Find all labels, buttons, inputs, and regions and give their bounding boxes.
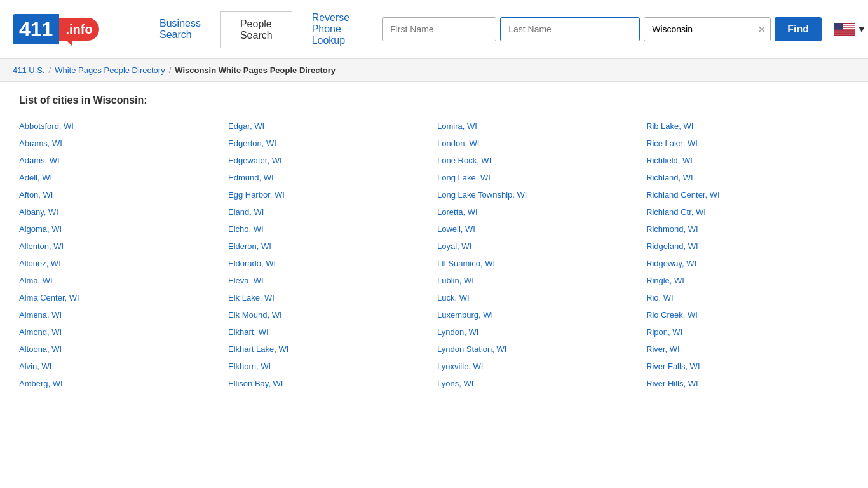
last-name-input[interactable]	[500, 17, 640, 41]
clear-state-button[interactable]: ✕	[757, 24, 766, 36]
svg-rect-12	[834, 34, 855, 36]
svg-rect-8	[834, 30, 855, 32]
city-link[interactable]: Allouez, WI	[19, 256, 222, 271]
state-input[interactable]	[644, 17, 771, 41]
breadcrumb: 411 U.S. / White Pages People Directory …	[0, 59, 868, 82]
city-link[interactable]: Lowell, WI	[437, 222, 640, 236]
city-link[interactable]: Ripon, WI	[646, 325, 849, 339]
city-link[interactable]: London, WI	[437, 136, 640, 151]
city-link[interactable]: Richland, WI	[646, 170, 849, 185]
city-link[interactable]: Rio, WI	[646, 290, 849, 305]
city-link[interactable]: Elcho, WI	[228, 222, 431, 236]
city-link[interactable]: Abbotsford, WI	[19, 119, 222, 133]
city-link[interactable]: Ltl Suamico, WI	[437, 256, 640, 271]
search-form: ✕ Find	[382, 17, 822, 41]
city-link[interactable]: Elkhart, WI	[228, 325, 431, 339]
city-link[interactable]: River Hills, WI	[646, 376, 849, 391]
breadcrumb-current: Wisconsin White Pages People Directory	[175, 65, 336, 75]
city-link[interactable]: Adams, WI	[19, 153, 222, 168]
svg-rect-7	[834, 30, 855, 31]
city-link[interactable]: Lomira, WI	[437, 119, 640, 133]
main-content: List of cities in Wisconsin: Abbotsford,…	[0, 82, 868, 403]
city-link[interactable]: Adell, WI	[19, 170, 222, 185]
cities-grid: Abbotsford, WIEdgar, WILomira, WIRib Lak…	[19, 119, 849, 391]
city-link[interactable]: Almond, WI	[19, 325, 222, 339]
city-link[interactable]: Afton, WI	[19, 187, 222, 202]
city-link[interactable]: Elkhart Lake, WI	[228, 342, 431, 356]
city-link[interactable]: Albany, WI	[19, 205, 222, 219]
city-link[interactable]: Allenton, WI	[19, 239, 222, 254]
state-input-wrap: ✕	[644, 17, 771, 41]
city-link[interactable]: Lyons, WI	[437, 376, 640, 391]
city-link[interactable]: Ridgeland, WI	[646, 239, 849, 254]
tab-reverse-phone[interactable]: Reverse Phone Lookup	[292, 5, 370, 53]
city-link[interactable]: Long Lake Township, WI	[437, 187, 640, 202]
city-link[interactable]: Luck, WI	[437, 290, 640, 305]
first-name-input[interactable]	[382, 17, 496, 41]
tab-people-search[interactable]: People Search	[220, 11, 292, 48]
section-title: List of cities in Wisconsin:	[19, 95, 849, 106]
nav-tabs: Business Search People Search Reverse Ph…	[140, 5, 369, 53]
city-link[interactable]: Richmond, WI	[646, 222, 849, 236]
city-link[interactable]: Lone Rock, WI	[437, 153, 640, 168]
city-link[interactable]: Rib Lake, WI	[646, 119, 849, 133]
logo-411: 411	[13, 14, 59, 44]
city-link[interactable]: Long Lake, WI	[437, 170, 640, 185]
logo-info: .info	[59, 18, 98, 41]
language-selector[interactable]: ▼	[834, 23, 866, 36]
city-link[interactable]: Almena, WI	[19, 308, 222, 322]
city-link[interactable]: Elkhorn, WI	[228, 359, 431, 374]
city-link[interactable]: Egg Harbor, WI	[228, 187, 431, 202]
city-link[interactable]: Edgar, WI	[228, 119, 431, 133]
svg-rect-10	[834, 32, 855, 34]
city-link[interactable]: Alma Center, WI	[19, 290, 222, 305]
city-link[interactable]: Loyal, WI	[437, 239, 640, 254]
city-link[interactable]: River Falls, WI	[646, 359, 849, 374]
svg-rect-11	[834, 34, 855, 35]
city-link[interactable]: Luxemburg, WI	[437, 308, 640, 322]
chevron-down-icon: ▼	[857, 24, 866, 34]
tab-business-search[interactable]: Business Search	[140, 11, 220, 48]
city-link[interactable]: Ellison Bay, WI	[228, 376, 431, 391]
city-link[interactable]: Richland Center, WI	[646, 187, 849, 202]
city-link[interactable]: Lyndon, WI	[437, 325, 640, 339]
city-link[interactable]: Richfield, WI	[646, 153, 849, 168]
logo-link[interactable]: 411 .info	[13, 14, 99, 44]
city-link[interactable]: Lublin, WI	[437, 273, 640, 288]
city-link[interactable]: Alma, WI	[19, 273, 222, 288]
city-link[interactable]: Rice Lake, WI	[646, 136, 849, 151]
city-link[interactable]: Alvin, WI	[19, 359, 222, 374]
city-link[interactable]: Rio Creek, WI	[646, 308, 849, 322]
city-link[interactable]: Richland Ctr, WI	[646, 205, 849, 219]
city-link[interactable]: Altoona, WI	[19, 342, 222, 356]
breadcrumb-white-pages[interactable]: White Pages People Directory	[55, 65, 165, 75]
city-link[interactable]: Lyndon Station, WI	[437, 342, 640, 356]
breadcrumb-sep-2: /	[169, 65, 172, 75]
city-link[interactable]: Edgerton, WI	[228, 136, 431, 151]
breadcrumb-sep-1: /	[49, 65, 51, 75]
logo: 411 .info	[13, 14, 127, 44]
city-link[interactable]: Ringle, WI	[646, 273, 849, 288]
breadcrumb-home[interactable]: 411 U.S.	[13, 65, 45, 75]
city-link[interactable]: Edmund, WI	[228, 170, 431, 185]
city-link[interactable]: Amberg, WI	[19, 376, 222, 391]
city-link[interactable]: Elk Lake, WI	[228, 290, 431, 305]
find-button[interactable]: Find	[775, 17, 822, 41]
svg-rect-13	[834, 23, 843, 30]
city-link[interactable]: Loretta, WI	[437, 205, 640, 219]
city-link[interactable]: Lynxville, WI	[437, 359, 640, 374]
city-link[interactable]: River, WI	[646, 342, 849, 356]
city-link[interactable]: Eleva, WI	[228, 273, 431, 288]
city-link[interactable]: Abrams, WI	[19, 136, 222, 151]
city-link[interactable]: Elk Mound, WI	[228, 308, 431, 322]
us-flag-icon	[834, 23, 855, 36]
city-link[interactable]: Ridgeway, WI	[646, 256, 849, 271]
svg-rect-9	[834, 32, 855, 33]
city-link[interactable]: Eland, WI	[228, 205, 431, 219]
city-link[interactable]: Algoma, WI	[19, 222, 222, 236]
city-link[interactable]: Elderon, WI	[228, 239, 431, 254]
city-link[interactable]: Edgewater, WI	[228, 153, 431, 168]
city-link[interactable]: Eldorado, WI	[228, 256, 431, 271]
